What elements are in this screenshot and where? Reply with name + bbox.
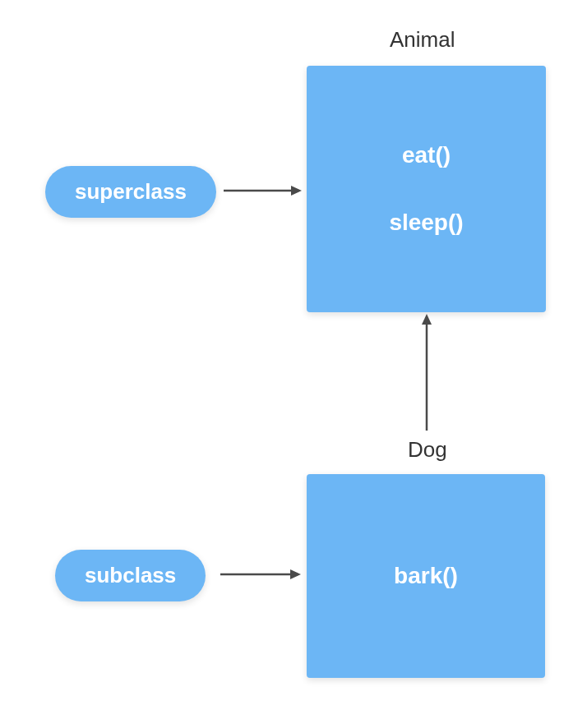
subclass-title: Dog (408, 437, 447, 463)
svg-marker-3 (422, 314, 432, 325)
superclass-method-1: sleep() (389, 210, 463, 236)
superclass-title: Animal (390, 27, 455, 53)
superclass-method-0: eat() (402, 142, 451, 168)
superclass-pill: superclass (45, 166, 216, 218)
svg-marker-1 (291, 186, 302, 196)
arrow-right-icon (224, 181, 302, 201)
arrow-right-icon (220, 564, 301, 585)
arrow-up-icon (417, 314, 437, 431)
subclass-method-0: bark() (394, 563, 458, 589)
svg-marker-5 (290, 569, 301, 579)
superclass-pill-label: superclass (75, 179, 187, 205)
subclass-pill-label: subclass (85, 563, 176, 588)
subclass-box: bark() (307, 474, 545, 678)
subclass-pill: subclass (55, 550, 206, 601)
superclass-box: eat() sleep() (307, 66, 546, 312)
